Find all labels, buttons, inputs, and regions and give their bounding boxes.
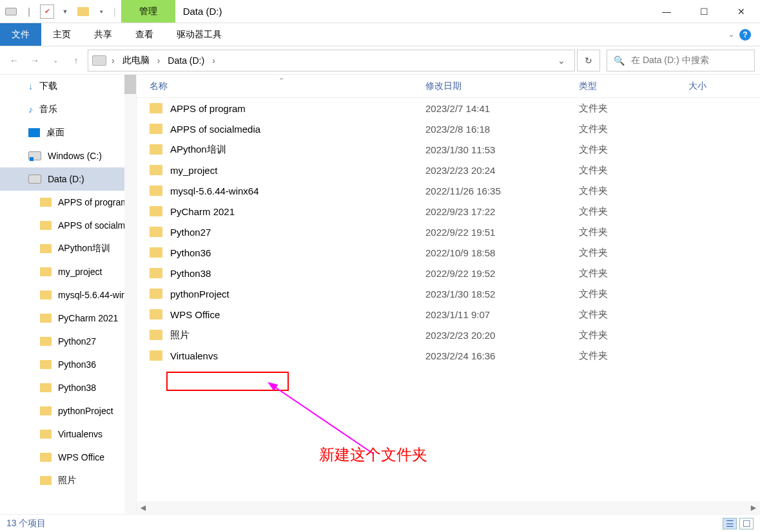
qat-dropdown2-icon[interactable]: ▾ (94, 5, 108, 19)
minimize-button[interactable]: — (648, 0, 685, 23)
file-type: 文件夹 (579, 309, 688, 321)
tab-drive-tools[interactable]: 驱动器工具 (165, 23, 233, 46)
chevron-right-icon[interactable]: › (109, 55, 117, 66)
chevron-right-icon[interactable]: › (209, 55, 218, 66)
manage-contextual-tab[interactable]: 管理 (121, 0, 175, 23)
search-box[interactable]: 🔍 在 Data (D:) 中搜索 (607, 50, 755, 71)
close-button[interactable]: ✕ (723, 0, 760, 23)
refresh-button[interactable]: ↻ (577, 50, 600, 71)
tree-scrollbar[interactable] (124, 75, 136, 514)
nav-up-button[interactable]: ↑ (67, 52, 85, 70)
address-dropdown-icon[interactable]: ⌄ (550, 55, 573, 66)
tree-sub-item[interactable]: Python38 (0, 376, 136, 399)
tree-desktop[interactable]: 桌面 (0, 121, 136, 144)
file-row[interactable]: mysql-5.6.44-winx642022/11/26 16:35文件夹 (137, 180, 760, 201)
column-size[interactable]: 大小 (688, 81, 706, 92)
chevron-right-icon[interactable]: › (155, 55, 163, 66)
tree-downloads[interactable]: ↓下载 (0, 75, 136, 98)
file-type: 文件夹 (579, 350, 688, 362)
tab-home[interactable]: 主页 (41, 23, 83, 46)
file-row[interactable]: my_project2023/2/23 20:24文件夹 (137, 160, 760, 180)
divider-icon: | (113, 6, 116, 17)
tab-view[interactable]: 查看 (124, 23, 165, 46)
tree-sub-item[interactable]: PyCharm 2021 (0, 307, 136, 330)
file-row[interactable]: APPS of socialmedia2023/2/8 16:18文件夹 (137, 119, 760, 139)
file-row[interactable]: pythonProject2023/1/30 18:52文件夹 (137, 283, 760, 304)
scrollbar-thumb[interactable] (124, 75, 136, 94)
folder-icon (150, 268, 162, 278)
file-row[interactable]: Virtualenvs2023/2/24 16:36文件夹 (137, 345, 760, 366)
folder-icon (40, 337, 52, 346)
status-item-count: 13 个项目 (6, 518, 46, 529)
file-date: 2023/2/24 16:36 (425, 350, 579, 361)
breadcrumb-drive[interactable]: Data (D:) (162, 50, 209, 71)
file-type: 文件夹 (579, 226, 688, 238)
file-row[interactable]: 照片2023/2/23 20:20文件夹 (137, 325, 760, 345)
status-bar: 13 个项目 ☰ ☐ (0, 514, 760, 532)
quick-access-toolbar: | ✔ ▼ ▾ | (0, 0, 121, 23)
folder-icon[interactable] (76, 5, 90, 19)
qat-dropdown-icon[interactable]: ▼ (58, 5, 72, 19)
folder-icon (150, 124, 162, 134)
tree-sub-item[interactable]: Virtualenvs (0, 423, 136, 446)
ribbon-tabs: 文件 主页 共享 查看 驱动器工具 ⌄ ? (0, 23, 760, 46)
checkbox-icon[interactable]: ✔ (40, 5, 54, 19)
tab-share[interactable]: 共享 (83, 23, 124, 46)
scroll-right-icon[interactable]: ► (747, 501, 760, 514)
tree-sub-item[interactable]: APython培训 (0, 237, 136, 260)
tree-windows-c[interactable]: Windows (C:) (0, 144, 136, 167)
file-type: 文件夹 (579, 102, 688, 115)
tree-sub-item[interactable]: pythonProject (0, 399, 136, 423)
tree-sub-item[interactable]: mysql-5.6.44-winx64 (0, 283, 136, 307)
tree-sub-item[interactable]: APPS of program (0, 191, 136, 214)
ribbon-expand-icon[interactable]: ⌄ (728, 30, 734, 39)
title-bar: | ✔ ▼ ▾ | 管理 Data (D:) — ☐ ✕ (0, 0, 760, 23)
tree-item-label: Python36 (58, 359, 96, 370)
nav-forward-button[interactable]: → (26, 52, 44, 70)
breadcrumb-pc[interactable]: 此电脑 (117, 50, 155, 71)
music-icon: ♪ (28, 104, 33, 115)
folder-icon (150, 206, 162, 216)
file-list-pane: 名称⌃ 修改日期 类型 大小 APPS of program2023/2/7 1… (137, 75, 760, 514)
tree-music[interactable]: ♪音乐 (0, 98, 136, 121)
folder-icon (40, 383, 52, 392)
desktop-icon (28, 128, 40, 137)
tree-item-label: Python38 (58, 383, 96, 393)
file-row[interactable]: APPS of program2023/2/7 14:41文件夹 (137, 98, 760, 119)
nav-back-button[interactable]: ← (5, 52, 23, 70)
column-name[interactable]: 名称⌃ (150, 81, 425, 92)
column-date[interactable]: 修改日期 (425, 81, 579, 92)
address-bar[interactable]: › 此电脑 › Data (D:) › ⌄ (88, 50, 575, 71)
tree-data-d[interactable]: Data (D:) (0, 167, 136, 191)
file-row[interactable]: PyCharm 20212022/9/23 17:22文件夹 (137, 201, 760, 222)
column-type[interactable]: 类型 (579, 81, 688, 92)
file-name: Python36 (170, 247, 425, 258)
file-name: APython培训 (170, 144, 425, 156)
tree-sub-item[interactable]: Python36 (0, 353, 136, 376)
file-date: 2022/10/9 18:58 (425, 247, 579, 258)
view-icons-button[interactable]: ☐ (739, 518, 754, 529)
scroll-left-icon[interactable]: ◄ (137, 501, 150, 514)
tree-sub-item[interactable]: Python27 (0, 330, 136, 353)
navigation-tree: ↓下载 ♪音乐 桌面 Windows (C:) Data (D:) APPS o… (0, 75, 137, 514)
maximize-button[interactable]: ☐ (685, 0, 723, 23)
file-name: Virtualenvs (170, 350, 425, 361)
tree-sub-item[interactable]: WPS Office (0, 446, 136, 469)
tree-sub-item[interactable]: 照片 (0, 469, 136, 492)
file-row[interactable]: Python272022/9/22 19:51文件夹 (137, 222, 760, 242)
file-row[interactable]: Python362022/10/9 18:58文件夹 (137, 242, 760, 263)
nav-recent-dropdown[interactable]: ⌄ (46, 52, 64, 70)
file-row[interactable]: WPS Office2023/1/11 9:07文件夹 (137, 304, 760, 325)
tree-sub-item[interactable]: my_project (0, 260, 136, 283)
folder-icon (150, 309, 162, 319)
view-details-button[interactable]: ☰ (723, 518, 737, 529)
help-icon[interactable]: ? (739, 29, 751, 41)
horizontal-scrollbar[interactable]: ◄ ► (137, 501, 760, 514)
file-row[interactable]: APython培训2023/1/30 11:53文件夹 (137, 139, 760, 160)
file-name: APPS of program (170, 103, 425, 114)
tree-item-label: my_project (58, 267, 102, 277)
tree-sub-item[interactable]: APPS of socialmedia (0, 214, 136, 237)
tab-file[interactable]: 文件 (0, 23, 41, 46)
file-type: 文件夹 (579, 267, 688, 280)
file-row[interactable]: Python382022/9/22 19:52文件夹 (137, 263, 760, 283)
